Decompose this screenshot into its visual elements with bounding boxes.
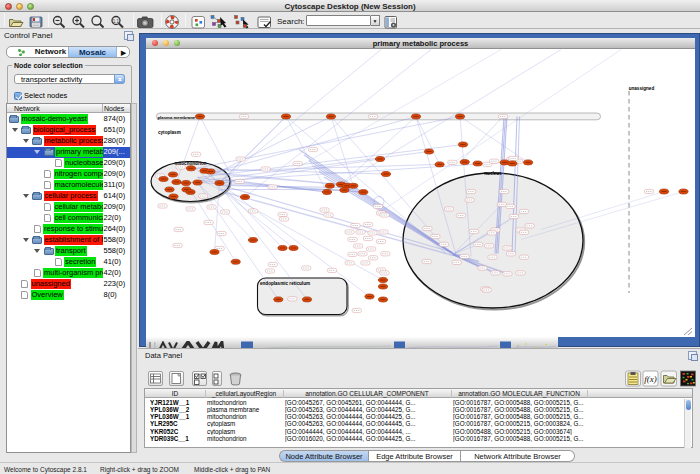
svg-text:endoplasmic reticulum: endoplasmic reticulum <box>260 280 310 285</box>
svg-text:mitochondrion: mitochondrion <box>174 161 206 166</box>
svg-text:f(x): f(x) <box>644 374 657 384</box>
svg-text:unassigned: unassigned <box>629 86 655 91</box>
svg-text:nucleus: nucleus <box>484 170 502 175</box>
svg-text:1:1: 1:1 <box>113 19 120 24</box>
svg-text:plasma membrane: plasma membrane <box>158 114 196 119</box>
svg-text:cytoplasm: cytoplasm <box>158 130 181 135</box>
